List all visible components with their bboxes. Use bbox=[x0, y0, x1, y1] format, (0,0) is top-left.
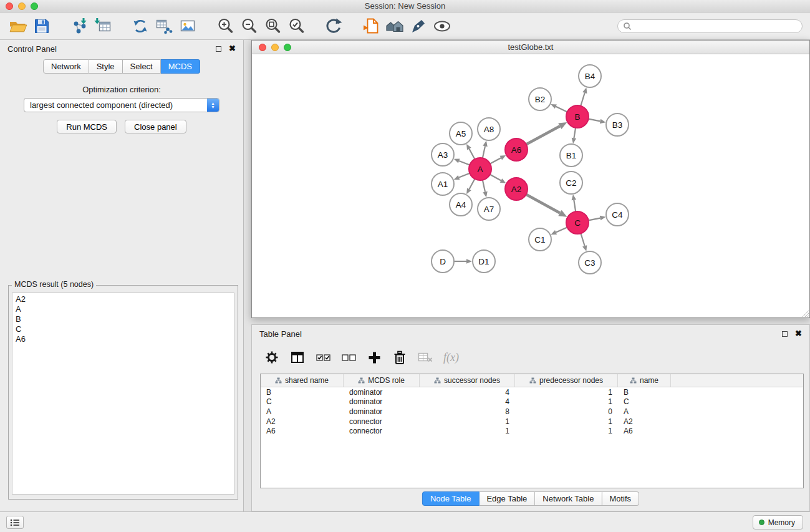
graph-node-B2[interactable]: B2 bbox=[529, 88, 551, 110]
zoom-out-button[interactable] bbox=[237, 15, 261, 37]
graph-node-B3[interactable]: B3 bbox=[606, 114, 629, 136]
delete-table-button[interactable] bbox=[418, 352, 433, 363]
table-row[interactable]: A2connector11A2 bbox=[261, 417, 803, 427]
graph-edge-A-A6[interactable] bbox=[490, 155, 506, 164]
graph-node-A8[interactable]: A8 bbox=[478, 118, 500, 140]
network-canvas[interactable]: B4B2BB3A8A5A6A3B1AC2A1A2A4A7C4CC1C3DD1 bbox=[252, 55, 809, 317]
function-builder-button[interactable]: f(x) bbox=[443, 351, 459, 364]
column-header-predecessor-nodes[interactable]: predecessor nodes bbox=[515, 374, 618, 387]
graph-node-A2[interactable]: A2 bbox=[505, 178, 528, 200]
minimize-window-button[interactable] bbox=[18, 2, 26, 10]
table-cell[interactable]: 1 bbox=[515, 417, 618, 426]
show-columns-button[interactable] bbox=[290, 351, 305, 364]
table-cell[interactable]: dominator bbox=[344, 397, 420, 406]
mcds-result-item[interactable]: A bbox=[16, 304, 231, 314]
table-cell[interactable]: dominator bbox=[344, 388, 420, 397]
graph-node-A1[interactable]: A1 bbox=[432, 173, 454, 195]
network-minimize-button[interactable] bbox=[271, 44, 279, 51]
zoom-selected-button[interactable] bbox=[284, 15, 308, 37]
mcds-result-item[interactable]: A6 bbox=[16, 334, 231, 344]
graph-edge-A6-B[interactable] bbox=[526, 122, 567, 144]
graph-edge-A-A4[interactable] bbox=[466, 179, 475, 194]
graph-edge-B-B3[interactable] bbox=[589, 119, 606, 124]
memory-button[interactable]: Memory bbox=[753, 515, 803, 530]
table-cell[interactable]: A6 bbox=[618, 427, 671, 435]
table-panel-close-button[interactable]: ✖ bbox=[795, 331, 802, 337]
graph-node-C1[interactable]: C1 bbox=[529, 228, 551, 251]
graph-edge-D-D1[interactable] bbox=[454, 259, 472, 264]
deselect-all-button[interactable] bbox=[341, 352, 356, 363]
tab-network-table[interactable]: Network Table bbox=[535, 491, 602, 506]
table-cell[interactable]: connector bbox=[344, 417, 420, 426]
table-cell[interactable]: connector bbox=[344, 427, 420, 435]
column-header-shared-name[interactable]: shared name bbox=[261, 374, 344, 387]
search-box[interactable] bbox=[617, 19, 803, 33]
graph-node-C3[interactable]: C3 bbox=[579, 251, 601, 274]
graph-node-B[interactable]: B bbox=[566, 105, 589, 128]
control-panel-close-button[interactable]: ✖ bbox=[229, 46, 236, 52]
tab-motifs[interactable]: Motifs bbox=[602, 491, 639, 506]
table-cell[interactable]: 1 bbox=[515, 397, 618, 406]
zoom-window-button[interactable] bbox=[31, 2, 38, 10]
mcds-result-list[interactable]: A2ABCA6 bbox=[12, 293, 234, 495]
graph-edge-A-A2[interactable] bbox=[490, 175, 506, 183]
table-cell[interactable]: 1 bbox=[420, 417, 515, 426]
close-window-button[interactable] bbox=[6, 2, 13, 10]
table-cell[interactable]: 1 bbox=[420, 427, 515, 435]
tab-node-table[interactable]: Node Table bbox=[422, 491, 480, 506]
column-header-successor-nodes[interactable]: successor nodes bbox=[420, 374, 515, 387]
table-row[interactable]: Adominator80A bbox=[261, 407, 803, 417]
open-session-button[interactable] bbox=[6, 15, 30, 37]
graph-node-C2[interactable]: C2 bbox=[560, 172, 582, 194]
network-window-titlebar[interactable]: testGlobe.txt bbox=[252, 41, 809, 54]
search-input[interactable] bbox=[635, 22, 797, 31]
graph-node-A[interactable]: A bbox=[469, 158, 491, 180]
graph-node-A7[interactable]: A7 bbox=[478, 198, 500, 220]
mcds-result-item[interactable]: B bbox=[16, 314, 231, 324]
save-session-button[interactable] bbox=[30, 15, 54, 37]
graph-edge-B-B1[interactable] bbox=[572, 128, 577, 143]
table-cell[interactable]: A2 bbox=[261, 417, 344, 426]
graph-edge-C-C2[interactable] bbox=[572, 195, 577, 211]
control-panel-tab-network[interactable]: Network bbox=[43, 59, 89, 74]
control-panel-tab-mcds[interactable]: MCDS bbox=[161, 59, 200, 74]
table-cell[interactable]: 1 bbox=[515, 427, 618, 435]
network-graph[interactable]: B4B2BB3A8A5A6A3B1AC2A1A2A4A7C4CC1C3DD1 bbox=[252, 55, 809, 317]
graph-node-D[interactable]: D bbox=[432, 250, 454, 273]
run-mcds-button[interactable]: Run MCDS bbox=[57, 120, 117, 133]
network-from-table-button[interactable] bbox=[152, 15, 176, 37]
column-header-MCDS-role[interactable]: MCDS role bbox=[344, 374, 420, 387]
resize-grip-icon[interactable] bbox=[801, 309, 809, 317]
graph-edge-C-C3[interactable] bbox=[581, 233, 587, 251]
mcds-result-item[interactable]: C bbox=[16, 324, 231, 334]
show-graphics-details-button[interactable] bbox=[430, 15, 454, 37]
graph-node-A3[interactable]: A3 bbox=[432, 143, 454, 166]
table-cell[interactable]: dominator bbox=[344, 407, 420, 416]
graph-edge-A-A7[interactable] bbox=[483, 180, 488, 198]
select-all-button[interactable] bbox=[316, 352, 330, 363]
control-panel-tab-style[interactable]: Style bbox=[89, 59, 123, 74]
zoom-fit-button[interactable] bbox=[261, 15, 284, 37]
delete-row-button[interactable] bbox=[392, 351, 407, 365]
graph-node-C4[interactable]: C4 bbox=[606, 203, 629, 226]
graph-node-A5[interactable]: A5 bbox=[450, 122, 472, 145]
graph-edge-A-A1[interactable] bbox=[454, 173, 470, 180]
column-header-name[interactable]: name bbox=[618, 374, 671, 387]
import-network-button[interactable] bbox=[67, 15, 91, 37]
graph-edge-B-B4[interactable] bbox=[581, 87, 587, 106]
table-settings-button[interactable] bbox=[264, 351, 279, 364]
graph-node-C[interactable]: C bbox=[566, 211, 589, 234]
network-close-button[interactable] bbox=[259, 44, 266, 51]
show-panels-button[interactable] bbox=[6, 516, 24, 529]
table-row[interactable]: Cdominator41C bbox=[261, 397, 803, 407]
export-document-button[interactable] bbox=[359, 15, 383, 37]
table-cell[interactable]: 4 bbox=[420, 388, 515, 397]
control-panel-tab-select[interactable]: Select bbox=[123, 59, 161, 74]
graph-edge-B-B2[interactable] bbox=[551, 104, 567, 112]
graph-edge-C-C4[interactable] bbox=[589, 216, 606, 221]
graph-node-D1[interactable]: D1 bbox=[473, 250, 495, 273]
table-cell[interactable]: 0 bbox=[515, 407, 618, 416]
refresh-view-button[interactable] bbox=[322, 15, 345, 37]
network-zoom-button[interactable] bbox=[284, 44, 291, 51]
table-cell[interactable]: C bbox=[261, 397, 344, 406]
